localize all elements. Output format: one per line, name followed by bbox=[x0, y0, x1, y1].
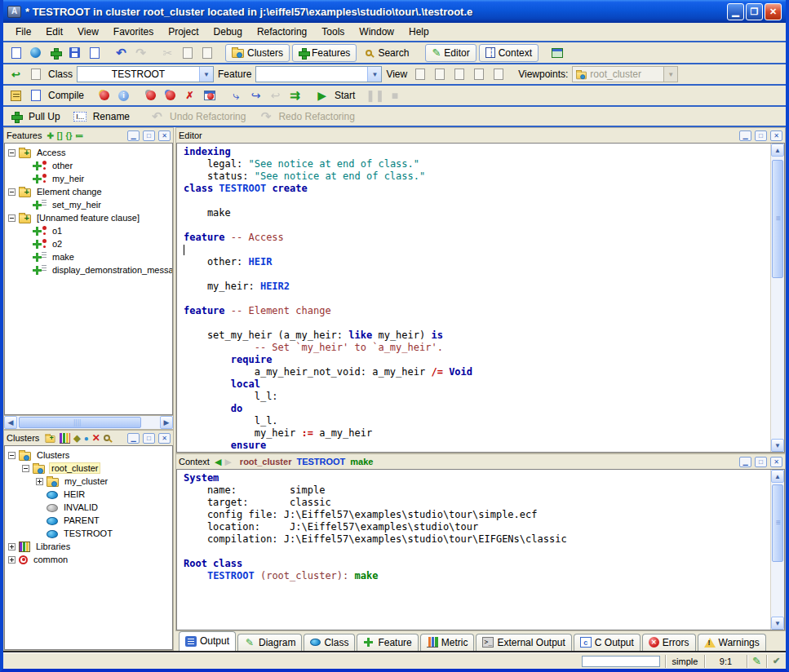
context-scroll-down-icon[interactable]: ▼ bbox=[771, 617, 784, 630]
menu-debug[interactable]: Debug bbox=[206, 24, 250, 40]
expander-icon[interactable] bbox=[8, 543, 16, 550]
viewpoints-combobox[interactable]: root_cluster ▼ bbox=[572, 66, 678, 82]
pull-up-icon[interactable] bbox=[7, 108, 24, 125]
context-close-icon[interactable]: ✕ bbox=[770, 457, 782, 467]
compile-query-icon[interactable] bbox=[95, 87, 113, 104]
new-feature-icon[interactable]: ✚ bbox=[47, 131, 53, 140]
start-button[interactable]: Start bbox=[333, 90, 357, 101]
info-icon[interactable]: i bbox=[115, 87, 132, 104]
expander-icon[interactable] bbox=[36, 478, 43, 485]
context-vscroll-thumb[interactable] bbox=[772, 484, 783, 562]
tree-item-my-heir[interactable]: my_heir bbox=[5, 172, 172, 185]
tree-item-display-demonstration-messa[interactable]: display_demonstration_messa bbox=[5, 263, 172, 276]
assigners-filter-icon[interactable]: ≔ bbox=[75, 131, 83, 140]
menu-edit[interactable]: Edit bbox=[38, 24, 70, 40]
tab-c-output[interactable]: cC Output bbox=[574, 634, 641, 651]
clusters-button[interactable]: Clusters bbox=[225, 44, 290, 62]
editor-scroll-down-icon[interactable]: ▼ bbox=[771, 439, 784, 452]
paste-icon[interactable] bbox=[198, 45, 215, 61]
editor-code-area[interactable]: indexing legal: "See notice at end of cl… bbox=[177, 144, 770, 452]
save-all-icon[interactable] bbox=[86, 45, 103, 61]
clusters-minimize-icon[interactable]: ▁ bbox=[127, 433, 140, 444]
maximize-button[interactable]: ❐ bbox=[746, 3, 763, 20]
rename-icon[interactable]: I... bbox=[72, 108, 89, 125]
editor-minimize-icon[interactable]: ▁ bbox=[739, 130, 751, 141]
tree-item-make[interactable]: make bbox=[5, 250, 172, 263]
pull-up-button[interactable]: Pull Up bbox=[27, 111, 62, 122]
redo-refactoring-button[interactable]: Redo Refactoring bbox=[277, 111, 356, 122]
menu-file[interactable]: File bbox=[8, 24, 38, 40]
pause-icon[interactable]: ❚❚ bbox=[366, 87, 383, 104]
editor-scroll-up-icon[interactable]: ▲ bbox=[771, 144, 784, 157]
new-item-icon[interactable] bbox=[47, 45, 64, 61]
tree-item-set-my-heir[interactable]: set_my_heir bbox=[5, 198, 172, 211]
tree-item-element-change[interactable]: Element change bbox=[5, 185, 172, 198]
expander-icon[interactable] bbox=[22, 465, 29, 472]
expander-icon[interactable] bbox=[8, 188, 16, 196]
tab-feature[interactable]: Feature bbox=[357, 634, 418, 651]
close-button[interactable]: ✕ bbox=[765, 3, 782, 20]
history-back-icon[interactable]: ↩ bbox=[7, 66, 24, 82]
context-back-icon[interactable]: ◀ bbox=[215, 457, 221, 467]
step-into-icon[interactable]: ⤷ bbox=[228, 87, 245, 104]
redo-icon[interactable]: ↷ bbox=[132, 45, 149, 61]
context-vscrollbar[interactable]: ▲ ▼ bbox=[770, 470, 784, 630]
clusters-search-icon[interactable] bbox=[104, 435, 110, 441]
check-status-icon[interactable]: ✔ bbox=[766, 655, 786, 668]
tree-item-testroot[interactable]: TESTROOT bbox=[5, 527, 172, 540]
tab-diagram[interactable]: ✎Diagram bbox=[237, 634, 302, 651]
breadcrumb-root_cluster[interactable]: root_cluster bbox=[240, 457, 292, 466]
step-over-icon[interactable]: ↪ bbox=[247, 87, 264, 104]
step-out-icon[interactable]: ↩ bbox=[267, 87, 284, 104]
show-breakpoints-icon[interactable] bbox=[201, 87, 218, 104]
new-window-icon[interactable] bbox=[7, 45, 24, 61]
view-text-icon[interactable] bbox=[411, 66, 428, 82]
hscroll-thumb[interactable] bbox=[19, 417, 141, 428]
new-class-icon[interactable]: ● bbox=[84, 434, 89, 443]
stop-icon[interactable]: ■ bbox=[386, 87, 403, 104]
scroll-right-icon[interactable]: ▶ bbox=[160, 416, 173, 429]
breadcrumb-testroot[interactable]: TESTROOT bbox=[296, 457, 345, 466]
context-minimize-icon[interactable]: ▁ bbox=[739, 457, 751, 467]
feature-combobox[interactable]: ▼ bbox=[255, 66, 382, 82]
tree-item-other[interactable]: other bbox=[5, 159, 172, 172]
undo-refactoring-button[interactable]: Undo Refactoring bbox=[168, 111, 247, 122]
undo-refactoring-icon[interactable]: ↶ bbox=[148, 108, 166, 125]
remove-item-icon[interactable]: ✕ bbox=[92, 432, 100, 444]
clusters-close-icon[interactable]: ✕ bbox=[158, 433, 171, 444]
context-output-area[interactable]: System name: simple target: classic conf… bbox=[177, 470, 770, 582]
tree-item-access[interactable]: Access bbox=[5, 146, 172, 159]
open-icon[interactable] bbox=[27, 45, 44, 61]
edit-mode-icon[interactable]: ✎ bbox=[747, 655, 766, 668]
features-minimize-icon[interactable]: ▁ bbox=[127, 130, 140, 141]
tab-class[interactable]: Class bbox=[304, 634, 355, 651]
tab-metric[interactable]: Metric bbox=[420, 634, 475, 651]
context-maximize-icon[interactable]: □ bbox=[755, 457, 767, 467]
tab-external-output[interactable]: >_External Output bbox=[476, 634, 571, 651]
tree-item-my-cluster[interactable]: my_cluster bbox=[5, 475, 172, 488]
tree-item-o2[interactable]: o2 bbox=[5, 237, 172, 250]
menu-window[interactable]: Window bbox=[352, 24, 401, 40]
cut-icon[interactable]: ✂ bbox=[159, 45, 176, 61]
features-maximize-icon[interactable]: □ bbox=[143, 130, 155, 141]
class-combobox-arrow-icon[interactable]: ▼ bbox=[199, 67, 213, 82]
tab-errors[interactable]: ✕Errors bbox=[642, 634, 696, 651]
rename-button[interactable]: Rename bbox=[91, 111, 131, 122]
editor-button[interactable]: ✎ Editor bbox=[425, 44, 476, 62]
melt-icon[interactable] bbox=[7, 87, 24, 104]
view-clickable-icon[interactable] bbox=[431, 66, 448, 82]
menu-help[interactable]: Help bbox=[401, 24, 437, 40]
menu-project[interactable]: Project bbox=[161, 24, 206, 40]
context-forward-icon[interactable]: ▶ bbox=[224, 457, 231, 467]
menu-refactoring[interactable]: Refactoring bbox=[250, 24, 314, 40]
tree-item-common[interactable]: common bbox=[5, 553, 172, 566]
view-flat-icon[interactable] bbox=[450, 66, 468, 82]
start-icon[interactable]: ▶ bbox=[313, 87, 330, 104]
scroll-left-icon[interactable]: ◀ bbox=[4, 416, 17, 429]
breadcrumb-make[interactable]: make bbox=[350, 457, 373, 466]
context-scroll-up-icon[interactable]: ▲ bbox=[771, 470, 784, 483]
menu-view[interactable]: View bbox=[70, 24, 106, 40]
save-icon[interactable] bbox=[66, 45, 83, 61]
tree-item-parent[interactable]: PARENT bbox=[5, 514, 172, 527]
tree-item-clusters[interactable]: Clusters bbox=[5, 449, 172, 462]
